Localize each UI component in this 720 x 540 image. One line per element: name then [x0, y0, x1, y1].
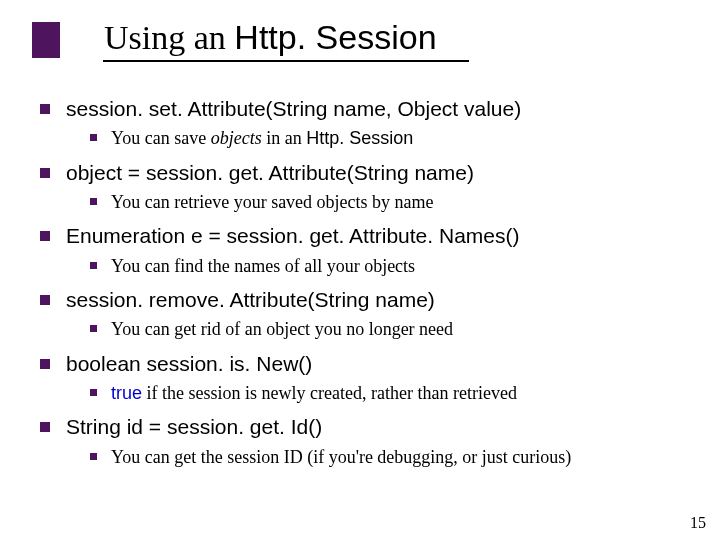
square-bullet-icon: [90, 134, 97, 141]
square-bullet-icon: [40, 359, 50, 369]
l1-text: String id = session. get. Id(): [66, 415, 322, 438]
l1-text: session. remove. Attribute(String name): [66, 288, 435, 311]
title-prefix: Using an: [104, 19, 234, 56]
l1-text: boolean session. is. New(): [66, 352, 312, 375]
bullet-level1: boolean session. is. New(): [40, 351, 690, 376]
bullet-level2: You can get rid of an object you no long…: [90, 318, 690, 341]
bullet-level2: You can save objects in an Http. Session: [90, 127, 690, 150]
bullet-level1: String id = session. get. Id(): [40, 414, 690, 439]
title-underline-1: [103, 60, 273, 62]
l1-text: session. set. Attribute(String name, Obj…: [66, 97, 521, 120]
square-bullet-icon: [90, 198, 97, 205]
l2-text-code: Http. Session: [306, 128, 413, 148]
l2-text-pre: You can save: [111, 128, 211, 148]
square-bullet-icon: [40, 422, 50, 432]
square-bullet-icon: [90, 325, 97, 332]
l2-keyword-true: true: [111, 383, 142, 403]
l2-text: You can get rid of an object you no long…: [111, 319, 453, 339]
square-bullet-icon: [90, 389, 97, 396]
bullet-level2: You can get the session ID (if you're de…: [90, 446, 690, 469]
title-code: Http. Session: [234, 18, 436, 56]
bullet-level2: true if the session is newly created, ra…: [90, 382, 690, 405]
square-bullet-icon: [40, 168, 50, 178]
l1-text: object = session. get. Attribute(String …: [66, 161, 474, 184]
bullet-level1: Enumeration e = session. get. Attribute.…: [40, 223, 690, 248]
l2-text: You can get the session ID (if you're de…: [111, 447, 571, 467]
square-bullet-icon: [40, 104, 50, 114]
slide-title: Using an Http. Session: [104, 18, 437, 57]
bullet-level2: You can find the names of all your objec…: [90, 255, 690, 278]
bullet-level1: object = session. get. Attribute(String …: [40, 160, 690, 185]
l2-text: You can find the names of all your objec…: [111, 256, 415, 276]
title-underline-2: [250, 60, 469, 62]
bullet-level1: session. set. Attribute(String name, Obj…: [40, 96, 690, 121]
title-accent-bar: [32, 22, 60, 58]
bullet-level1: session. remove. Attribute(String name): [40, 287, 690, 312]
square-bullet-icon: [90, 453, 97, 460]
bullet-level2: You can retrieve your saved objects by n…: [90, 191, 690, 214]
l2-text: You can retrieve your saved objects by n…: [111, 192, 434, 212]
square-bullet-icon: [90, 262, 97, 269]
slide: Using an Http. Session session. set. Att…: [0, 0, 720, 540]
page-number: 15: [690, 514, 706, 532]
square-bullet-icon: [40, 231, 50, 241]
slide-body: session. set. Attribute(String name, Obj…: [40, 86, 690, 468]
l2-text-italic: objects: [211, 128, 262, 148]
l2-text-mid: in an: [262, 128, 307, 148]
l1-text: Enumeration e = session. get. Attribute.…: [66, 224, 519, 247]
l2-text-tail: if the session is newly created, rather …: [142, 383, 517, 403]
square-bullet-icon: [40, 295, 50, 305]
